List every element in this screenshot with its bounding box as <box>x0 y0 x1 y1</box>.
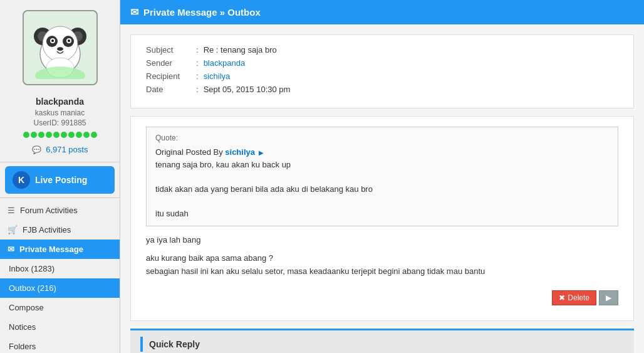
recipient-value: sichilya <box>204 71 231 81</box>
folders-label: Folders <box>9 342 36 351</box>
dot-8 <box>76 132 82 138</box>
sidebar-item-outbox[interactable]: Outbox (216) <box>0 278 120 298</box>
message-body: Quote: Original Posted By sichilya ▶ ten… <box>130 116 634 321</box>
body-line2: aku kurang baik apa sama abang ? <box>146 252 618 265</box>
sidebar-item-fjb-activities[interactable]: 🛒 FJB Activities <box>0 220 120 240</box>
svg-point-12 <box>57 47 63 51</box>
outbox-label: Outbox (216) <box>9 283 56 293</box>
page-header-title: Private Message » Outbox <box>143 7 261 18</box>
main-content: ✉ Private Message » Outbox Subject : Re … <box>120 0 644 353</box>
content-area: Subject : Re : tenang saja bro Sender : … <box>120 24 644 353</box>
quote-arrow-icon: ▶ <box>259 149 264 156</box>
dot-9 <box>83 132 90 138</box>
action2-button[interactable]: ▶ <box>599 290 618 305</box>
message-meta: Subject : Re : tenang saja bro Sender : … <box>130 34 634 108</box>
sep2: : <box>196 58 199 68</box>
message-text: ya iya lah bang aku kurang baik apa sama… <box>146 234 618 278</box>
sender-label: Sender <box>146 58 196 68</box>
quote-line2: tidak akan ada yang berani bila ada aku … <box>155 184 373 194</box>
body-line1: ya iya lah bang <box>146 234 618 247</box>
sidebar-posts: 💬 6,971 posts <box>0 142 120 159</box>
dot-7 <box>68 132 75 138</box>
fjb-icon: 🛒 <box>8 225 18 234</box>
live-posting-button[interactable]: K Live Posting <box>5 166 115 194</box>
sidebar-username: blackpanda <box>0 95 120 108</box>
meta-recipient-row: Recipient : sichilya <box>146 71 618 81</box>
pm-icon: ✉ <box>8 245 14 254</box>
sep4: : <box>196 85 199 94</box>
quote-line1: tenang saja bro, kau akan ku back up <box>155 160 291 169</box>
header-pm-icon: ✉ <box>130 6 138 18</box>
meta-sender-row: Sender : blackpanda <box>146 58 618 68</box>
sidebar-item-compose[interactable]: Compose <box>0 298 120 317</box>
fjb-activities-label: FJB Activities <box>23 225 71 234</box>
body-line3: sebagian hasil ini kan aku selalu setor,… <box>146 265 618 278</box>
meta-date-row: Date : Sept 05, 2015 10:30 pm <box>146 85 618 94</box>
dot-4 <box>46 132 52 138</box>
recipient-label: Recipient <box>146 71 196 81</box>
quote-box: Quote: Original Posted By sichilya ▶ ten… <box>146 127 618 226</box>
compose-label: Compose <box>9 303 44 312</box>
inbox-label: Inbox (1283) <box>9 264 55 273</box>
svg-point-11 <box>68 40 70 42</box>
dot-3 <box>38 132 44 138</box>
notices-label: Notices <box>9 322 36 332</box>
date-value: Sept 05, 2015 10:30 pm <box>204 85 291 94</box>
sidebar-item-forum-activities[interactable]: ☰ Forum Activities <box>0 201 120 220</box>
live-posting-label: Live Posting <box>35 175 87 185</box>
sep1: : <box>196 45 199 55</box>
sender-link[interactable]: blackpanda <box>204 58 246 68</box>
svg-point-10 <box>51 40 54 42</box>
delete-button[interactable]: ✖ Delete <box>552 290 596 305</box>
divider-1 <box>0 162 120 162</box>
page-header: ✉ Private Message » Outbox <box>120 0 644 24</box>
forum-activities-label: Forum Activities <box>20 206 78 215</box>
sidebar-item-inbox[interactable]: Inbox (1283) <box>0 259 120 278</box>
dot-2 <box>31 132 37 138</box>
dot-1 <box>23 132 29 138</box>
svg-point-14 <box>35 66 85 79</box>
posts-link[interactable]: 6,971 posts <box>46 145 88 154</box>
recipient-link[interactable]: sichilya <box>204 71 231 81</box>
dot-5 <box>53 132 60 138</box>
sidebar-item-folders[interactable]: Folders <box>0 337 120 353</box>
quote-line3: itu sudah <box>155 209 189 218</box>
sidebar-item-notices[interactable]: Notices <box>0 317 120 337</box>
avatar <box>23 10 98 85</box>
kaskus-k-icon: K <box>13 171 30 189</box>
divider-2 <box>0 198 120 198</box>
activity-dots <box>0 128 120 142</box>
action2-label: ▶ <box>606 293 611 302</box>
message-actions: ✖ Delete ▶ <box>146 288 618 308</box>
chat-icon: 💬 <box>32 145 41 154</box>
sidebar-userid: UserID: 991885 <box>0 118 120 128</box>
avatar-container <box>0 0 120 95</box>
quote-original-text: Original Posted By <box>155 147 223 157</box>
quote-author: sichilya <box>225 147 255 157</box>
subject-value: Re : tenang saja bro <box>204 45 277 55</box>
subject-label: Subject <box>146 45 196 55</box>
private-message-label: Private Message <box>19 245 83 254</box>
quick-reply-label: Quick Reply <box>149 339 200 349</box>
forum-icon: ☰ <box>8 206 15 215</box>
quote-label: Quote: <box>155 134 609 142</box>
sep3: : <box>196 71 199 81</box>
sidebar: blackpanda kaskus maniac UserID: 991885 … <box>0 0 120 353</box>
delete-label: Delete <box>568 293 589 302</box>
quick-reply-bar: Quick Reply <box>130 329 634 353</box>
quote-content: Original Posted By sichilya ▶ tenang saj… <box>155 146 609 219</box>
dot-10 <box>91 132 97 138</box>
sender-value: blackpanda <box>204 58 246 68</box>
sidebar-role: kaskus maniac <box>0 108 120 118</box>
quick-reply-indicator <box>140 337 143 352</box>
delete-icon: ✖ <box>559 293 565 302</box>
private-message-section: ✉ Private Message <box>0 240 120 259</box>
date-label: Date <box>146 85 196 94</box>
meta-subject-row: Subject : Re : tenang saja bro <box>146 45 618 55</box>
dot-6 <box>61 132 67 138</box>
